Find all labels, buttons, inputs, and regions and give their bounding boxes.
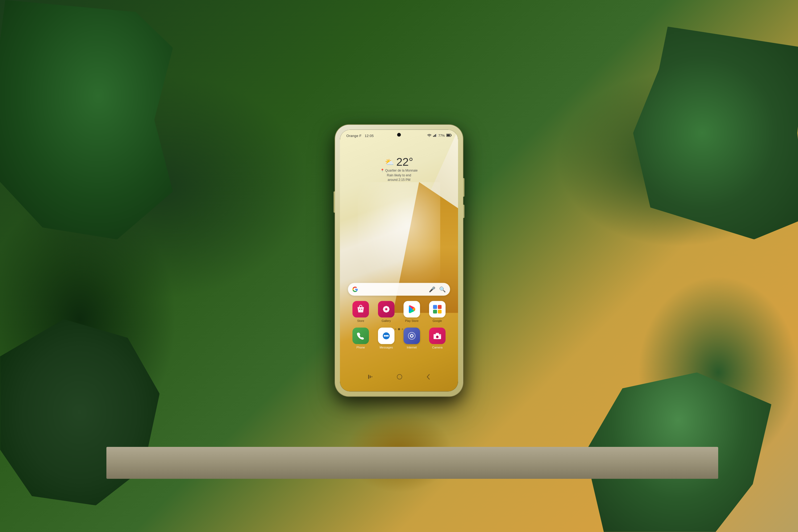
svg-point-12 xyxy=(386,306,387,307)
store-app-icon[interactable]: Store xyxy=(353,301,369,322)
app-row-1: Store xyxy=(348,301,450,322)
weather-widget[interactable]: ⛅ 22° 📍 Quartier de la Monnaie Rain like… xyxy=(380,156,418,182)
phone-app-icon[interactable]: Phone xyxy=(353,328,369,349)
svg-point-13 xyxy=(386,311,387,312)
gallery-label: Gallery xyxy=(382,319,391,322)
svg-point-31 xyxy=(437,337,438,337)
svg-point-8 xyxy=(359,309,360,310)
leaf-left xyxy=(0,0,173,240)
google-logo xyxy=(352,286,358,292)
google-label: Google xyxy=(433,319,442,322)
store-label: Store xyxy=(357,319,364,322)
svg-point-15 xyxy=(388,308,390,310)
svg-rect-7 xyxy=(447,134,450,136)
svg-point-9 xyxy=(361,309,362,310)
signal-icon xyxy=(433,134,437,137)
screen: Orange F 12:05 xyxy=(340,130,458,392)
bixby-button[interactable] xyxy=(463,205,464,218)
play-store-label: Play Store xyxy=(405,319,419,322)
svg-rect-4 xyxy=(436,134,437,137)
svg-rect-2 xyxy=(434,135,435,137)
internet-label: Internet xyxy=(407,346,417,349)
google-app-icon[interactable]: Google xyxy=(429,301,445,322)
svg-rect-3 xyxy=(435,134,436,137)
google-icon-img xyxy=(429,301,445,318)
svg-point-36 xyxy=(397,375,402,379)
weather-location: 📍 Quartier de la Monnaie xyxy=(380,169,418,172)
phone-body: Orange F 12:05 xyxy=(335,125,463,396)
svg-rect-33 xyxy=(368,375,369,379)
gallery-icon-img xyxy=(378,301,395,318)
shelf xyxy=(107,447,718,479)
svg-point-32 xyxy=(440,335,440,336)
messages-app-icon[interactable]: Messages xyxy=(378,328,395,349)
camera-notch xyxy=(397,133,401,137)
wallpaper-light xyxy=(358,182,440,287)
gallery-app-icon[interactable]: Gallery xyxy=(378,301,395,322)
camera-icon-img xyxy=(429,328,445,344)
messages-label: Messages xyxy=(380,346,393,349)
svg-point-26 xyxy=(411,335,413,337)
power-button[interactable] xyxy=(463,178,464,197)
svg-point-11 xyxy=(385,308,387,310)
home-button[interactable] xyxy=(397,374,402,380)
svg-point-23 xyxy=(387,335,388,337)
phone: Orange F 12:05 xyxy=(335,125,463,396)
svg-point-17 xyxy=(387,307,389,308)
svg-point-22 xyxy=(385,335,387,337)
carrier-time: Orange F 12:05 xyxy=(346,134,374,137)
battery-text: 77% xyxy=(438,134,445,137)
svg-rect-34 xyxy=(370,376,371,378)
volume-button[interactable] xyxy=(334,191,335,213)
svg-point-0 xyxy=(429,136,430,137)
svg-rect-35 xyxy=(371,376,373,377)
screen-bezel: Orange F 12:05 xyxy=(340,130,458,392)
back-button[interactable] xyxy=(426,374,431,380)
carrier: Orange F xyxy=(346,134,361,137)
camera-app-icon[interactable]: Camera xyxy=(429,328,445,349)
camera-label: Camera xyxy=(432,346,442,349)
app-dock: Phone Messages xyxy=(348,328,450,349)
google-search-bar[interactable]: 🎤 🔍 xyxy=(348,283,450,296)
play-store-icon-img xyxy=(403,301,420,318)
svg-rect-1 xyxy=(433,136,434,137)
svg-point-19 xyxy=(387,310,389,312)
svg-rect-28 xyxy=(436,333,439,335)
location-pin-icon: 📍 xyxy=(380,169,384,172)
phone-label: Phone xyxy=(357,346,365,349)
store-icon-img xyxy=(353,301,369,318)
time: 12:05 xyxy=(365,134,374,137)
svg-rect-6 xyxy=(451,135,452,136)
messages-icon-img xyxy=(378,328,395,344)
internet-icon-img xyxy=(403,328,420,344)
lens-icon[interactable]: 🔍 xyxy=(439,286,446,292)
weather-icon: ⛅ xyxy=(385,157,394,166)
svg-point-18 xyxy=(384,310,385,312)
weather-temperature: 22° xyxy=(396,156,413,168)
internet-app-icon[interactable]: Internet xyxy=(403,328,420,349)
wifi-icon xyxy=(427,134,432,137)
svg-point-16 xyxy=(384,307,385,308)
battery-icon xyxy=(446,134,452,137)
weather-description: Rain likely to end around 2:15 PM xyxy=(380,173,418,182)
nav-bar xyxy=(340,370,458,384)
play-store-app-icon[interactable]: Play Store xyxy=(403,301,420,322)
svg-point-14 xyxy=(383,308,384,310)
search-action-icons: 🎤 🔍 xyxy=(429,286,446,292)
svg-point-21 xyxy=(384,335,385,337)
microphone-icon[interactable]: 🎤 xyxy=(429,286,435,292)
recent-apps-button[interactable] xyxy=(367,375,373,379)
status-icons: 77% xyxy=(427,134,452,137)
google-grid xyxy=(433,305,441,314)
weather-icon-area: ⛅ 22° xyxy=(380,156,418,168)
phone-icon-img xyxy=(353,328,369,344)
